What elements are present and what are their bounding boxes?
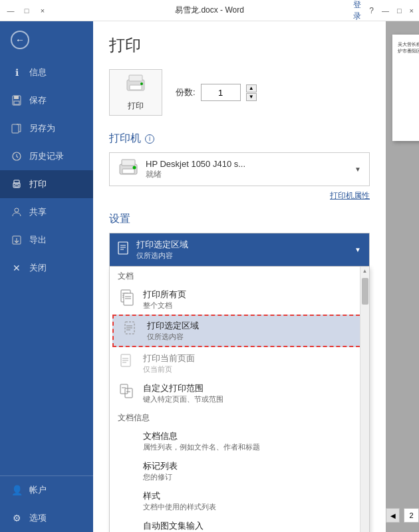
login-button[interactable]: 登录 <box>353 0 361 22</box>
svg-rect-2 <box>14 101 19 104</box>
menu-section-docinfo-label: 文档信息 <box>110 408 369 426</box>
menu-custom-main: 自定义打印范围 <box>143 382 361 394</box>
scroll-up-arrow[interactable]: ▲ <box>362 267 368 275</box>
menu-icon-styles <box>118 490 136 509</box>
printer-info-icon[interactable]: i <box>145 134 154 144</box>
menu-item-autotext[interactable]: 自动图文集输入 自动图文集库中的项目列表 <box>110 516 369 532</box>
back-icon: ← <box>11 31 29 49</box>
menu-item-print-selection[interactable]: 打印选定区域 仅所选内容 <box>112 315 366 347</box>
info-icon: ℹ <box>11 66 23 78</box>
sidebar-label-info: 信息 <box>29 66 47 78</box>
sidebar-item-info[interactable]: ℹ 信息 <box>0 59 93 86</box>
menu-icon-markup <box>118 460 136 479</box>
sidebar-item-history[interactable]: 历史记录 <box>0 142 93 170</box>
main-content: 打印 打印 <box>93 21 419 532</box>
svg-point-17 <box>133 166 136 170</box>
menu-item-custom-range[interactable]: 自定义打印范围 键入特定页面、节或范围 <box>110 378 369 408</box>
settings-dropdown-arrow: ▼ <box>354 246 361 253</box>
svg-rect-12 <box>130 85 142 90</box>
sidebar-label-export: 导出 <box>29 234 47 246</box>
settings-dropdown-menu: 文档 <box>109 267 370 532</box>
preview-text-line1: 吴大营长税 182年·252年 <box>398 41 419 48</box>
printer-dropdown-arrow: ▼ <box>354 166 361 173</box>
printer-properties-link[interactable]: 打印机属性 <box>109 190 370 201</box>
sidebar-label-history: 历史记录 <box>29 150 64 162</box>
svg-rect-16 <box>122 169 134 174</box>
menu-icon-autotext <box>118 520 136 532</box>
menu-item-print-all[interactable]: 打印所有页 整个文档 <box>110 285 369 315</box>
sidebar-item-print[interactable]: 打印 <box>0 170 93 198</box>
sidebar-item-export[interactable]: 导出 <box>0 226 93 254</box>
menu-docinfo-main: 文档信息 <box>143 430 361 442</box>
menu-autotext-main: 自动图文集输入 <box>143 520 361 532</box>
min-btn[interactable]: — <box>382 5 389 16</box>
printer-info: HP Deskjet 1050 J410 s... 就绪 <box>146 159 348 180</box>
preview-nav: ◀ 2 ▶ 共 2 页 40% <box>386 505 419 525</box>
print-icon <box>11 178 23 190</box>
sidebar-label-account: 帐户 <box>29 484 47 496</box>
menu-icon-selection <box>122 320 140 338</box>
copies-up[interactable]: ▲ <box>246 84 257 92</box>
close-icon: ✕ <box>11 262 23 274</box>
sidebar-item-close[interactable]: ✕ 关闭 <box>0 254 93 282</box>
printer-button-icon <box>124 73 148 98</box>
copies-input[interactable] <box>201 84 241 101</box>
sidebar-item-account[interactable]: 👤 帐户 <box>0 476 93 504</box>
print-area: 打印 打印 <box>93 21 419 532</box>
copies-spinner: ▲ ▼ <box>246 84 257 101</box>
svg-rect-26 <box>124 293 133 305</box>
printer-name: HP Deskjet 1050 J410 s... <box>146 159 292 169</box>
prev-page-button[interactable]: ◀ <box>386 508 400 523</box>
menu-item-print-current[interactable]: 打印当前页面 仅当前页 <box>110 348 369 378</box>
max-btn[interactable]: □ <box>397 5 402 16</box>
svg-rect-37 <box>120 384 128 394</box>
scroll-thumb[interactable] <box>362 278 368 305</box>
app-body: ← ℹ 信息 保存 另存为 <box>0 21 419 532</box>
copies-section: 份数: ▲ ▼ <box>176 84 257 101</box>
minimize-button[interactable]: — <box>5 5 16 16</box>
printer-selector[interactable]: HP Deskjet 1050 J410 s... 就绪 ▼ <box>109 152 370 186</box>
menu-item-all-text: 打印所有页 整个文档 <box>143 289 361 311</box>
menu-all-main: 打印所有页 <box>143 289 361 301</box>
sidebar-label-options: 选项 <box>29 512 47 524</box>
sidebar-item-options[interactable]: ⚙ 选项 <box>0 504 93 532</box>
close-button[interactable]: × <box>37 5 48 16</box>
sidebar-item-saveas[interactable]: 另存为 <box>0 114 93 142</box>
settings-doc-icon <box>118 241 131 259</box>
share-icon <box>11 206 23 218</box>
options-icon: ⚙ <box>11 512 23 524</box>
help-button[interactable]: ? <box>369 6 374 15</box>
print-action-button[interactable]: 打印 <box>109 69 162 116</box>
preview-text-line2: 炉市番阳区）人，三国时期孙 <box>398 48 419 55</box>
print-button-label: 打印 <box>128 100 144 112</box>
printer-device-icon <box>118 158 139 180</box>
svg-rect-3 <box>12 124 19 133</box>
saveas-icon <box>11 122 23 134</box>
back-button[interactable]: ← <box>0 21 93 59</box>
menu-item-custom-text: 自定义打印范围 键入特定页面、节或范围 <box>143 382 361 404</box>
sidebar-item-save[interactable]: 保存 <box>0 86 93 114</box>
menu-current-main: 打印当前页面 <box>143 352 361 364</box>
settings-sub-label: 仅所选内容 <box>136 251 349 261</box>
menu-markup-sub: 您的修订 <box>143 472 361 482</box>
restore-button[interactable]: □ <box>21 5 32 16</box>
menu-styles-main: 样式 <box>143 490 361 502</box>
x-btn[interactable]: × <box>410 5 414 16</box>
page-number-input[interactable]: 2 <box>404 508 419 523</box>
menu-item-selection-text: 打印选定区域 仅所选内容 <box>147 320 357 342</box>
settings-dropdown-text: 打印选定区域 仅所选内容 <box>136 239 349 261</box>
menu-icon-docinfo <box>118 430 136 449</box>
window-title: 易雪龙.docx - Word <box>59 5 360 16</box>
save-icon <box>11 94 23 106</box>
sidebar-label-save: 保存 <box>29 94 47 106</box>
svg-rect-11 <box>129 75 142 81</box>
menu-item-doc-info[interactable]: 文档信息 属性列表，例如文件名、作者和标题 <box>110 426 369 456</box>
menu-item-markup-list[interactable]: 标记列表 您的修订 <box>110 456 369 486</box>
sidebar-item-share[interactable]: 共享 <box>0 198 93 226</box>
title-bar: — □ × 易雪龙.docx - Word 登录 ? — □ × <box>0 0 419 21</box>
copies-down[interactable]: ▼ <box>246 93 257 101</box>
svg-point-13 <box>140 82 143 85</box>
menu-item-styles[interactable]: 样式 文档中使用的样式列表 <box>110 486 369 516</box>
svg-point-8 <box>15 208 19 212</box>
settings-dropdown-button[interactable]: 打印选定区域 仅所选内容 ▼ <box>109 233 370 267</box>
